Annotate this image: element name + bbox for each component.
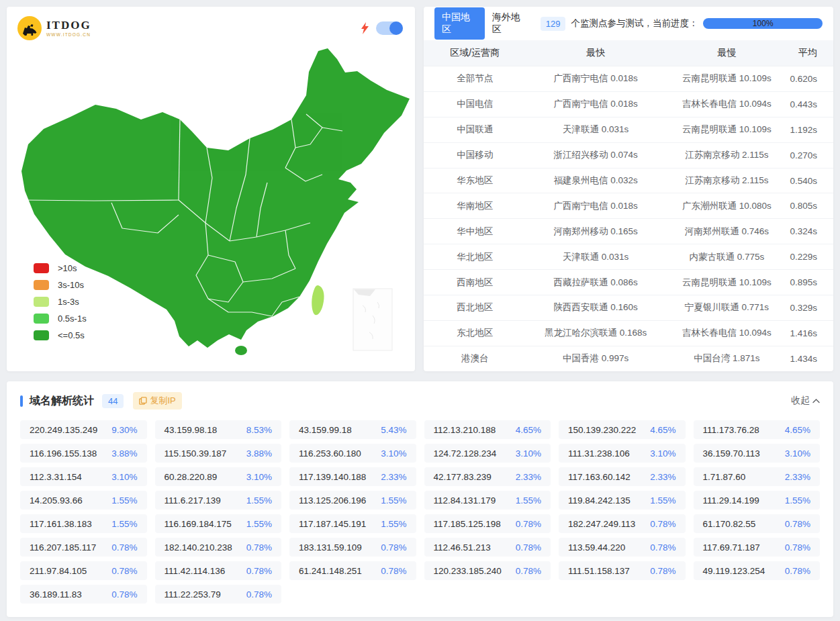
header-region: 区域/运营商 (424, 47, 526, 59)
ip-item: 117.139.140.188 2.33% (289, 467, 416, 486)
ip-percent: 1.55% (246, 519, 272, 529)
ip-address: 119.84.242.135 (568, 495, 631, 506)
legend-label: <=0.5s (58, 330, 85, 340)
ip-percent: 8.53% (246, 425, 272, 435)
ip-address: 36.159.70.113 (703, 448, 760, 459)
table-row: 西南地区 西藏拉萨联通 0.086s 云南昆明联通 10.109s 0.895s (424, 269, 833, 295)
ip-item: 112.46.51.213 0.78% (424, 538, 551, 557)
ip-percent: 3.88% (111, 448, 137, 459)
legend-label: 0.5s-1s (58, 314, 87, 324)
cell-slowest: 云南昆明联通 10.109s (665, 277, 788, 289)
cell-fastest: 广西南宁电信 0.018s (526, 200, 665, 212)
cell-slowest: 宁夏银川联通 0.771s (665, 301, 788, 314)
cell-region: 中国电信 (424, 98, 526, 110)
fast-mode-toggle[interactable] (376, 21, 403, 35)
ip-percent: 9.30% (111, 425, 137, 435)
ip-percent: 5.43% (381, 425, 406, 435)
cell-region: 华北地区 (424, 251, 526, 263)
ip-item: 43.159.99.18 5.43% (289, 420, 416, 439)
ip-address: 49.119.123.254 (703, 566, 765, 576)
tab-overseas-region[interactable]: 海外地区 (485, 7, 535, 40)
ip-address: 14.205.93.66 (30, 495, 83, 506)
ip-address: 117.163.60.142 (568, 472, 631, 482)
legend-item: 3s-10s (34, 280, 87, 290)
cell-average: 0.229s (788, 252, 833, 262)
progress-bar: 100% (703, 18, 823, 29)
ip-item: 61.241.148.251 0.78% (289, 561, 416, 580)
ip-percent: 1.55% (246, 495, 272, 506)
ip-item: 220.249.135.249 9.30% (20, 420, 147, 439)
copy-ip-label: 复制IP (150, 395, 175, 407)
ip-address: 220.249.135.249 (30, 425, 97, 435)
ip-address: 112.3.31.154 (30, 472, 82, 482)
cell-fastest: 广西南宁电信 0.018s (526, 98, 665, 110)
ip-item: 116.253.60.180 3.10% (289, 444, 416, 463)
ip-percent: 4.65% (650, 425, 675, 435)
ip-percent: 0.78% (650, 519, 675, 529)
ip-item: 116.169.184.175 1.55% (155, 514, 282, 533)
south-china-sea-inset (353, 289, 392, 350)
ip-item: 183.131.59.109 0.78% (289, 538, 416, 557)
cell-slowest: 江苏南京移动 2.115s (665, 149, 788, 161)
results-topbar: 中国地区 海外地区 129 个监测点参与测试，当前进度： 100% (424, 7, 833, 40)
logo-dog-icon (17, 16, 42, 40)
ip-item: 112.3.31.154 3.10% (20, 467, 147, 486)
ip-percent: 3.10% (246, 472, 272, 482)
ip-percent: 1.55% (111, 519, 137, 529)
hainan-shape (235, 346, 247, 355)
ip-item: 182.247.249.113 0.78% (559, 514, 686, 533)
ip-address: 60.28.220.89 (165, 472, 218, 482)
cell-region: 华南地区 (424, 200, 526, 212)
ip-address: 182.140.210.238 (165, 542, 232, 553)
logo-title: ITDOG (46, 19, 91, 31)
ip-address: 116.196.155.138 (30, 448, 97, 459)
cell-average: 0.324s (788, 226, 833, 236)
ip-item: 111.51.158.137 0.78% (559, 561, 686, 580)
table-row: 华南地区 广西南宁电信 0.018s 广东潮州联通 10.080s 0.805s (424, 193, 833, 218)
cell-region: 西南地区 (424, 277, 526, 289)
ip-item: 1.71.87.60 2.33% (694, 467, 821, 486)
title-accent-bar (20, 395, 23, 407)
cell-average: 1.416s (788, 328, 833, 338)
ip-percent: 0.78% (516, 519, 541, 529)
cell-slowest: 江苏南京移动 2.115s (665, 175, 788, 187)
lightning-icon (361, 22, 369, 34)
cell-slowest: 内蒙古联通 0.775s (665, 251, 788, 263)
ip-percent: 1.55% (111, 495, 137, 506)
dns-count-badge: 44 (102, 394, 124, 408)
table-row: 华中地区 河南郑州移动 0.165s 河南郑州联通 0.746s 0.324s (424, 218, 833, 244)
ip-address: 111.173.76.28 (703, 425, 759, 435)
ip-item: 113.59.44.220 0.78% (559, 538, 686, 557)
cell-region: 中国联通 (424, 124, 526, 136)
ip-item: 182.140.210.238 0.78% (155, 538, 282, 557)
table-row: 中国电信 广西南宁电信 0.018s 吉林长春电信 10.094s 0.443s (424, 91, 833, 117)
tab-china-region[interactable]: 中国地区 (434, 7, 485, 40)
results-table-body: 全部节点 广西南宁电信 0.018s 云南昆明联通 10.109s 0.620s… (424, 66, 833, 371)
ip-address: 61.241.148.251 (299, 566, 362, 576)
collapse-button[interactable]: 收起 (791, 395, 820, 407)
legend-item: 1s-3s (34, 297, 87, 307)
ip-address: 116.169.184.175 (165, 519, 232, 529)
cell-fastest: 天津联通 0.031s (526, 251, 665, 263)
table-row: 华北地区 天津联通 0.031s 内蒙古联通 0.775s 0.229s (424, 244, 833, 269)
monitor-count-badge: 129 (541, 17, 566, 31)
ip-item: 111.31.238.106 3.10% (559, 444, 686, 463)
cell-average: 1.434s (788, 354, 833, 364)
ip-address: 182.247.249.113 (568, 519, 635, 529)
table-row: 港澳台 中国香港 0.997s 中国台湾 1.871s 1.434s (424, 346, 833, 371)
ip-percent: 2.33% (516, 472, 541, 482)
cell-region: 港澳台 (424, 352, 526, 365)
ip-item: 111.173.76.28 4.65% (694, 420, 821, 439)
dns-title: 域名解析统计 (30, 394, 94, 408)
ip-item: 60.28.220.89 3.10% (155, 467, 282, 486)
ip-percent: 0.78% (111, 589, 137, 600)
dog-silhouette-icon (21, 20, 38, 36)
cell-slowest: 广东潮州联通 10.080s (665, 200, 788, 212)
legend-color-swatch (34, 314, 49, 324)
ip-percent: 3.10% (785, 448, 810, 459)
ip-address: 117.187.145.191 (299, 519, 366, 529)
results-card: 中国地区 海外地区 129 个监测点参与测试，当前进度： 100% 区域/运营商… (424, 7, 833, 371)
copy-ip-button[interactable]: 复制IP (133, 392, 181, 410)
header-fastest: 最快 (526, 47, 665, 59)
ip-address: 183.131.59.109 (299, 542, 362, 553)
